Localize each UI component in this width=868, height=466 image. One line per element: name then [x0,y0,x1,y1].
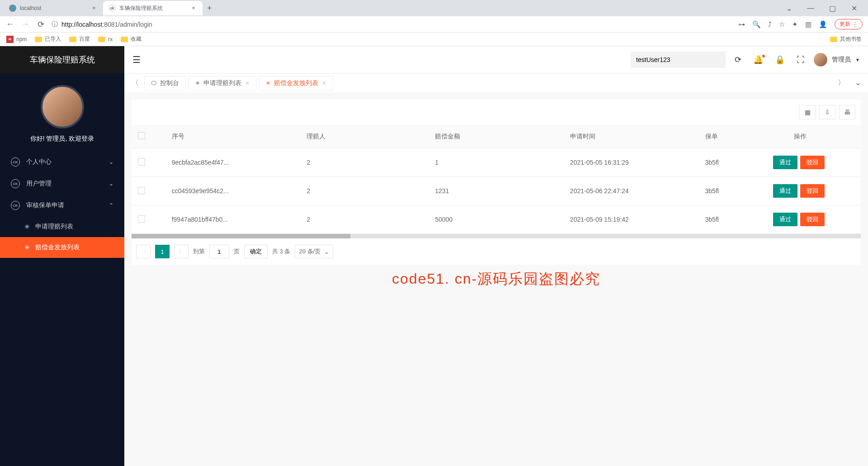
avatar-small [814,53,827,67]
reject-button[interactable]: 驳回 [800,184,825,198]
approve-button[interactable]: 通过 [773,213,797,226]
tabs-menu-button[interactable]: ⌄ [852,78,863,88]
close-icon[interactable]: × [90,5,98,11]
tab-pay-list[interactable]: ✳ 赔偿金发放列表 ✕ [259,76,333,90]
tabs-prev-button[interactable]: 〈 [129,78,142,88]
monitor-icon: 🖵 [151,80,156,86]
lock-icon[interactable]: 🔒 [772,55,788,65]
goto-label: 到第 [193,247,205,256]
submenu-label: 申请理赔列表 [35,223,73,231]
bell-icon[interactable]: 🔔 [750,55,766,65]
reload-button[interactable]: ⟳ [36,19,45,29]
update-button[interactable]: 更新 ⋮ [835,19,863,29]
bookmark-npm[interactable]: Nnpm [6,36,27,43]
tab-console[interactable]: 🖵 控制台 [144,76,186,90]
tabs-next-button[interactable]: 〉 [835,78,848,88]
menu-label: 个人中心 [26,158,52,166]
forward-button[interactable]: → [21,19,30,29]
cell-amount: 1 [429,148,564,177]
print-button[interactable]: 🖶 [839,105,855,119]
back-button[interactable]: ← [5,19,14,29]
tab-strip: 🌐 localhost × ok 车辆保险理赔系统 × + ⌄ — ▢ ✕ [0,0,868,16]
goto-suffix: 页 [234,247,240,256]
close-icon[interactable]: ✕ [322,80,326,86]
maximize-icon[interactable]: ▢ [826,4,839,13]
reject-button[interactable]: 驳回 [800,213,825,226]
cell-seq: f9947a801bff47b0... [165,205,301,234]
chevron-up-icon: ⌃ [109,202,113,209]
minimize-icon[interactable]: — [804,4,817,13]
refresh-icon[interactable]: ⟳ [732,55,744,65]
header-time: 申请时间 [564,125,699,148]
circle-icon: OK [11,201,20,210]
menu-personal[interactable]: OK 个人中心 ⌄ [0,151,124,173]
zoom-icon[interactable]: 🔍 [752,20,761,29]
new-tab-button[interactable]: + [203,4,217,13]
extensions-icon[interactable]: ✦ [792,20,798,29]
close-window-icon[interactable]: ✕ [847,4,861,13]
bookmark-favorites[interactable]: 收藏 [121,35,142,43]
close-icon[interactable]: × [190,5,197,11]
bookmark-rx[interactable]: rx [98,36,113,43]
per-page-select[interactable]: 20 条/页 ⌄ [295,245,333,258]
row-checkbox[interactable] [138,215,145,223]
reject-button[interactable]: 驳回 [800,156,825,169]
url-input[interactable]: ⓘ http://localhost:8081/admin/login [52,20,732,29]
profile-icon[interactable]: 👤 [819,20,827,29]
cell-person: 2 [300,148,429,177]
row-checkbox[interactable] [138,158,145,166]
menu-users[interactable]: OK 用户管理 ⌄ [0,173,124,195]
asterisk-icon: ✳ [266,80,270,86]
cell-time: 2021-05-05 16:31:29 [564,148,699,177]
bookmark-imported[interactable]: 已导入 [35,35,61,43]
chevron-down-icon: ⌄ [324,248,329,255]
bookmark-bar: Nnpm 已导入 百度 rx 收藏 其他书签 [0,33,868,46]
submenu-pay-list[interactable]: ✳ 赔偿金发放列表 [0,237,124,258]
pagination: 〈 1 〉 到第 页 确定 共 3 条 20 条/页 ⌄ [132,238,861,265]
horizontal-scrollbar[interactable] [132,234,861,238]
submenu-apply-list[interactable]: ✳ 申请理赔列表 [0,216,124,237]
tab-label: 赔偿金发放列表 [274,79,318,87]
approve-button[interactable]: 通过 [773,184,797,198]
tab-apply-list[interactable]: ✳ 申请理赔列表 ✕ [189,76,256,90]
cell-seq: 9ecbfa2ac85e4f47... [165,148,301,177]
bookmark-baidu[interactable]: 百度 [69,35,90,43]
cell-time: 2021-05-06 22:47:24 [564,177,699,205]
search-input[interactable] [631,52,726,68]
tab-label: 控制台 [160,79,179,87]
key-icon[interactable]: ⊶ [738,20,745,29]
circle-icon: OK [11,157,20,166]
scrollbar-thumb[interactable] [132,234,350,238]
cell-policy: 3b5fl [699,177,740,205]
goto-page-input[interactable] [209,245,229,258]
fullscreen-icon[interactable]: ⛶ [794,55,807,65]
columns-button[interactable]: ▦ [799,105,816,119]
page-next-button[interactable]: 〉 [174,245,189,258]
avatar [41,85,84,128]
panel-icon[interactable]: ▥ [805,20,811,29]
export-button[interactable]: ⇩ [819,105,835,119]
menu-toggle-icon[interactable]: ☰ [132,54,141,65]
folder-icon [69,37,76,42]
page-number-button[interactable]: 1 [155,245,170,258]
browser-chrome: 🌐 localhost × ok 车辆保险理赔系统 × + ⌄ — ▢ ✕ ← … [0,0,868,46]
chevron-down-icon: ⌄ [109,181,113,187]
browser-tab-1[interactable]: 🌐 localhost × [4,1,103,15]
page-prev-button[interactable]: 〈 [136,245,151,258]
table-row: cc04593e9e954c2... 2 1231 2021-05-06 22:… [132,177,861,205]
other-bookmarks[interactable]: 其他书签 [830,35,862,43]
approve-button[interactable]: 通过 [773,156,797,169]
chevron-down-icon[interactable]: ⌄ [782,4,796,13]
goto-confirm-button[interactable]: 确定 [244,245,268,258]
close-icon[interactable]: ✕ [245,80,250,86]
select-all-checkbox[interactable] [138,132,145,139]
menu-audit[interactable]: OK 审核保单申请 ⌃ [0,195,124,216]
cell-person: 2 [300,177,429,205]
user-menu[interactable]: 管理员 ▼ [814,53,860,67]
browser-tab-2[interactable]: ok 车辆保险理赔系统 × [103,1,203,15]
asterisk-icon: ✳ [195,80,200,86]
row-checkbox[interactable] [138,187,145,194]
share-icon[interactable]: ⤴ [768,20,772,28]
star-icon[interactable]: ☆ [779,20,785,29]
address-icons: ⊶ 🔍 ⤴ ☆ ✦ ▥ 👤 更新 ⋮ [738,19,863,29]
